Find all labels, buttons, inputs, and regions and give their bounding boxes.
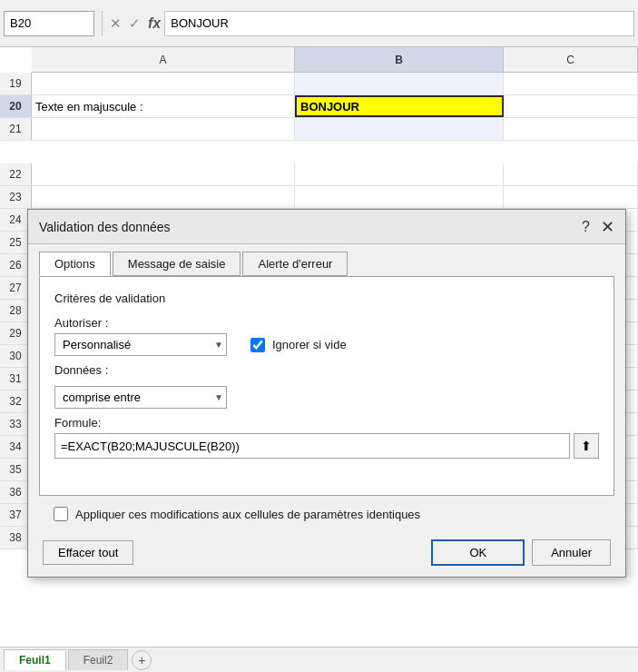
formule-collapse-button[interactable]: ⬆ xyxy=(574,433,599,459)
effacer-button[interactable]: Effacer tout xyxy=(43,540,133,565)
col-header-b: B xyxy=(295,47,504,72)
row-num: 21 xyxy=(0,118,32,140)
add-sheet-button[interactable]: + xyxy=(132,650,152,670)
action-row: Effacer tout OK Annuler xyxy=(28,532,625,577)
tab-alerte-erreur[interactable]: Alerte d'erreur xyxy=(242,252,348,276)
ok-button[interactable]: OK xyxy=(431,539,525,566)
cell-a20[interactable]: Texte en majuscule : xyxy=(32,95,295,117)
confirm-icon[interactable]: ✓ xyxy=(129,15,141,32)
apply-changes-row: Appliquer ces modifications aux cellules… xyxy=(39,496,614,532)
formula-content[interactable]: BONJOUR xyxy=(164,11,634,36)
dialog-body: Critères de validation Autoriser : Perso… xyxy=(39,276,614,496)
formula-bar: B20 ✕ ✓ fx BONJOUR xyxy=(0,0,638,47)
donnees-row: Données : comprise entre non comprise en… xyxy=(54,363,599,409)
table-row: 20 Texte en majuscule : BONJOUR xyxy=(0,95,638,118)
autoriser-select[interactable]: Personnalisé Tout Nombre entier Décimale… xyxy=(54,333,227,356)
col-header-c: C xyxy=(504,47,638,72)
formule-input-wrapper: ⬆ xyxy=(54,433,599,459)
table-row: 19 xyxy=(0,73,638,95)
donnees-select[interactable]: comprise entre non comprise entre égale … xyxy=(54,386,227,409)
cell[interactable] xyxy=(295,73,504,94)
donnees-select-wrapper: comprise entre non comprise entre égale … xyxy=(54,386,227,409)
table-row: 22 xyxy=(0,163,638,186)
cell-ref-box[interactable]: B20 xyxy=(4,11,94,36)
formula-bar-icons: ✕ ✓ xyxy=(110,15,141,32)
ignorer-checkbox[interactable] xyxy=(250,338,265,352)
apply-label: Appliquer ces modifications aux cellules… xyxy=(75,508,420,521)
formule-input[interactable] xyxy=(54,433,570,459)
donnees-label: Données : xyxy=(54,363,108,377)
cell[interactable] xyxy=(295,118,504,140)
column-headers: A B C xyxy=(32,47,638,73)
ignorer-label: Ignorer si vide xyxy=(272,338,347,351)
apply-checkbox[interactable] xyxy=(54,507,68,521)
dialog-controls: ? ✕ xyxy=(582,219,614,235)
autoriser-row: Autoriser : Personnalisé Tout Nombre ent… xyxy=(54,316,599,356)
cell[interactable] xyxy=(504,73,638,94)
tab-options[interactable]: Options xyxy=(39,252,111,276)
formule-label: Formule: xyxy=(54,416,599,430)
sheet-tab-feuil1[interactable]: Feuil1 xyxy=(4,649,66,670)
table-row: 23 xyxy=(0,186,638,209)
cell-b20[interactable]: BONJOUR xyxy=(295,95,504,117)
autoriser-label: Autoriser : xyxy=(54,316,347,330)
annuler-button[interactable]: Annuler xyxy=(532,539,611,566)
ok-cancel-group: OK Annuler xyxy=(431,539,611,566)
sheet-tab-feuil2[interactable]: Feuil2 xyxy=(68,649,129,670)
ignorer-checkbox-row: Ignorer si vide xyxy=(250,338,347,352)
dialog-titlebar: Validation des données ? ✕ xyxy=(28,210,625,244)
col-header-a: A xyxy=(32,47,295,72)
row-num-active: 20 xyxy=(0,95,32,117)
formula-bar-divider xyxy=(102,11,103,36)
help-button[interactable]: ? xyxy=(582,219,590,235)
sheet-tabs: Feuil1 Feuil2 + xyxy=(0,647,638,672)
formule-row: Formule: ⬆ xyxy=(54,416,599,459)
close-button[interactable]: ✕ xyxy=(601,219,614,235)
row-num: 19 xyxy=(0,73,32,94)
cancel-icon[interactable]: ✕ xyxy=(110,15,122,32)
section-title: Critères de validation xyxy=(54,292,599,305)
dialog-title: Validation des données xyxy=(39,220,171,234)
table-row: 21 xyxy=(0,118,638,141)
tab-message-saisie[interactable]: Message de saisie xyxy=(113,252,241,276)
cell[interactable] xyxy=(32,118,295,140)
cell[interactable] xyxy=(32,73,295,94)
autoriser-select-wrapper: Personnalisé Tout Nombre entier Décimale… xyxy=(54,333,227,356)
dialog-tabs: Options Message de saisie Alerte d'erreu… xyxy=(28,244,625,276)
validation-dialog: Validation des données ? ✕ Options Messa… xyxy=(27,209,626,578)
cell[interactable] xyxy=(504,118,638,140)
cell-c20[interactable] xyxy=(504,95,638,117)
fx-icon: fx xyxy=(148,15,161,32)
